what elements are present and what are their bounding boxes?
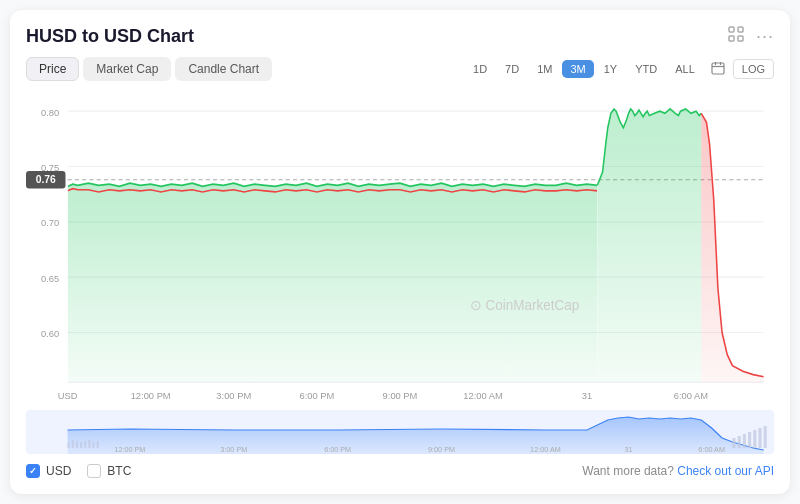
time-3m[interactable]: 3M — [562, 60, 593, 78]
svg-text:0.76: 0.76 — [36, 173, 56, 185]
api-link[interactable]: Check out our API — [677, 464, 774, 478]
svg-text:6:00 AM: 6:00 AM — [698, 446, 725, 454]
calendar-icon-btn[interactable] — [705, 58, 731, 81]
usd-toggle[interactable]: USD — [26, 464, 71, 478]
svg-text:12:00 PM: 12:00 PM — [114, 446, 145, 454]
svg-text:12:00 AM: 12:00 AM — [530, 446, 561, 454]
svg-rect-0 — [729, 27, 734, 32]
svg-rect-51 — [743, 434, 746, 448]
svg-text:6:00 PM: 6:00 PM — [299, 390, 334, 401]
time-ytd[interactable]: YTD — [627, 60, 665, 78]
svg-rect-53 — [753, 430, 756, 448]
svg-text:0.80: 0.80 — [41, 106, 59, 117]
svg-text:12:00 PM: 12:00 PM — [131, 390, 171, 401]
svg-text:3:00 PM: 3:00 PM — [220, 446, 247, 454]
time-range-buttons: 1D 7D 1M 3M 1Y YTD ALL LOG — [465, 58, 774, 81]
time-all[interactable]: ALL — [667, 60, 703, 78]
svg-rect-44 — [80, 442, 82, 448]
svg-rect-50 — [738, 436, 741, 448]
svg-rect-3 — [738, 36, 743, 41]
svg-rect-49 — [732, 438, 735, 448]
svg-rect-41 — [68, 442, 70, 448]
svg-text:0.60: 0.60 — [41, 328, 59, 339]
svg-rect-2 — [729, 36, 734, 41]
tab-price[interactable]: Price — [26, 57, 79, 81]
svg-text:0.65: 0.65 — [41, 272, 59, 283]
view-tabs: Price Market Cap Candle Chart — [26, 57, 272, 81]
expand-icon[interactable] — [728, 26, 744, 47]
svg-text:31: 31 — [582, 390, 592, 401]
svg-rect-42 — [72, 440, 74, 448]
chart-container: HUSD to USD Chart ··· Price Market Cap C… — [10, 10, 790, 494]
svg-text:9:00 PM: 9:00 PM — [383, 390, 418, 401]
svg-rect-43 — [76, 441, 78, 448]
chart-header: HUSD to USD Chart ··· — [26, 26, 774, 47]
header-icons: ··· — [728, 26, 774, 47]
svg-text:9:00 PM: 9:00 PM — [428, 446, 455, 454]
main-chart-area: 0.80 0.75 0.70 0.65 0.60 0.76 USD 12:00 … — [26, 89, 774, 410]
svg-rect-4 — [712, 63, 724, 74]
mini-chart-area: 12:00 PM 3:00 PM 6:00 PM 9:00 PM 12:00 A… — [26, 410, 774, 454]
svg-rect-47 — [92, 442, 94, 448]
chart-footer: USD BTC Want more data? Check out our AP… — [26, 460, 774, 478]
svg-text:6:00 PM: 6:00 PM — [324, 446, 351, 454]
svg-text:6:00 AM: 6:00 AM — [674, 390, 708, 401]
btc-checkbox[interactable] — [87, 464, 101, 478]
svg-rect-45 — [84, 441, 86, 448]
svg-rect-48 — [97, 441, 99, 448]
time-1m[interactable]: 1M — [529, 60, 560, 78]
usd-checkbox[interactable] — [26, 464, 40, 478]
svg-rect-55 — [764, 426, 767, 448]
menu-icon[interactable]: ··· — [756, 26, 774, 47]
time-1d[interactable]: 1D — [465, 60, 495, 78]
svg-text:USD: USD — [58, 390, 78, 401]
svg-rect-1 — [738, 27, 743, 32]
svg-text:0.70: 0.70 — [41, 217, 59, 228]
api-promo-text: Want more data? — [582, 464, 674, 478]
time-1y[interactable]: 1Y — [596, 60, 625, 78]
api-promo: Want more data? Check out our API — [582, 464, 774, 478]
currency-toggles: USD BTC — [26, 464, 131, 478]
main-chart-svg: 0.80 0.75 0.70 0.65 0.60 0.76 USD 12:00 … — [26, 89, 774, 410]
btc-label: BTC — [107, 464, 131, 478]
tab-candle-chart[interactable]: Candle Chart — [175, 57, 272, 81]
svg-text:12:00 AM: 12:00 AM — [463, 390, 502, 401]
tab-market-cap[interactable]: Market Cap — [83, 57, 171, 81]
time-7d[interactable]: 7D — [497, 60, 527, 78]
chart-title: HUSD to USD Chart — [26, 26, 194, 47]
chart-controls: Price Market Cap Candle Chart 1D 7D 1M 3… — [26, 57, 774, 81]
log-btn[interactable]: LOG — [733, 59, 774, 79]
svg-text:31: 31 — [625, 446, 633, 454]
svg-text:⊙ CoinMarketCap: ⊙ CoinMarketCap — [470, 297, 579, 313]
mini-chart-svg: 12:00 PM 3:00 PM 6:00 PM 9:00 PM 12:00 A… — [26, 410, 774, 454]
btc-toggle[interactable]: BTC — [87, 464, 131, 478]
usd-label: USD — [46, 464, 71, 478]
svg-rect-52 — [748, 432, 751, 448]
svg-text:3:00 PM: 3:00 PM — [216, 390, 251, 401]
svg-rect-46 — [88, 440, 90, 448]
svg-rect-54 — [758, 428, 761, 448]
